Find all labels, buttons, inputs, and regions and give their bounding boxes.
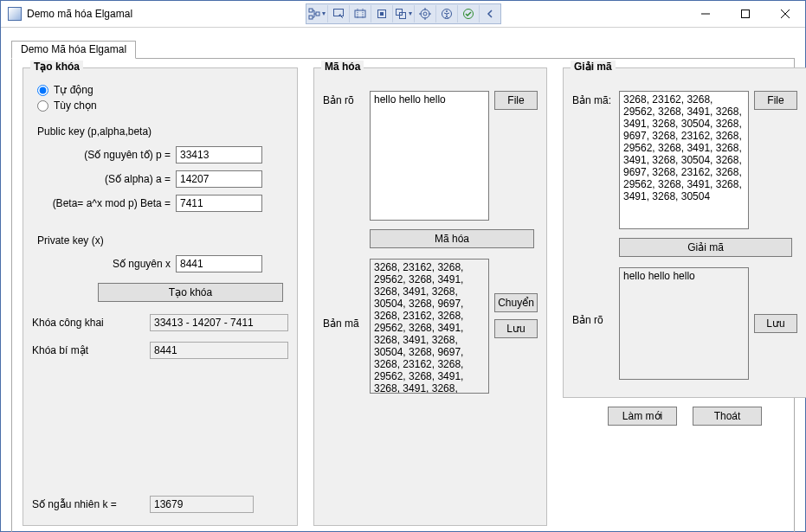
window-title: Demo mã hóa Elgamal (27, 8, 132, 20)
svg-point-12 (446, 10, 448, 12)
radio-custom-label: Tùy chọn (54, 99, 97, 112)
collapse-icon[interactable] (480, 5, 500, 22)
debug-toolbar: ▾ ▾ (306, 3, 501, 24)
beta-input[interactable] (176, 195, 262, 212)
exit-button[interactable]: Thoát (693, 407, 762, 426)
group-encrypt-title: Mã hóa (321, 61, 364, 73)
svg-rect-1 (309, 16, 313, 19)
close-button[interactable] (765, 1, 805, 27)
refresh-button[interactable]: Làm mới (608, 407, 677, 426)
tab-page: Tạo khóa Tự động Tùy chọn Public key (p,… (11, 58, 795, 532)
svg-rect-2 (316, 12, 319, 16)
x-input[interactable] (176, 255, 262, 272)
dec-plaintext-label: Bản rõ (572, 267, 619, 326)
encrypt-button[interactable]: Mã hóa (370, 229, 534, 248)
transfer-button[interactable]: Chuyển (494, 293, 538, 312)
dec-cipher-label: Bản mã: (572, 91, 619, 106)
radio-auto[interactable] (37, 85, 48, 96)
svg-point-10 (423, 12, 427, 16)
window-controls (686, 1, 805, 27)
k-field (150, 496, 254, 513)
private-out-label: Khóa bí mật (32, 344, 150, 356)
svg-rect-6 (380, 12, 384, 16)
enc-cipher-label: Bản mã (323, 259, 370, 330)
app-window: Demo mã hóa Elgamal ▾ ▾ (0, 0, 806, 532)
tab-control: Demo Mã hóa Elgamal Tạo khóa Tự động Tùy… (11, 40, 795, 532)
radio-auto-label: Tự động (54, 84, 93, 96)
track-focus-icon[interactable] (371, 5, 393, 22)
enc-cipher-field (370, 259, 489, 394)
group-keygen: Tạo khóa Tự động Tùy chọn Public key (p,… (23, 67, 298, 526)
dec-save-button[interactable]: Lưu (754, 314, 797, 333)
group-decrypt-title: Giải mã (571, 61, 616, 73)
public-out-label: Khóa công khai (32, 317, 150, 329)
group-keygen-title: Tạo khóa (30, 61, 83, 73)
enc-plaintext-field[interactable] (370, 91, 489, 221)
public-key-header: Public key (p,alpha,beta) (37, 125, 288, 138)
svg-rect-3 (333, 10, 343, 16)
public-out-field (150, 314, 288, 331)
scan-icon[interactable] (415, 5, 436, 22)
decrypt-column: Giải mã Bản mã: File Giải mã Bản rõ (563, 67, 806, 526)
x-label: Số nguyên x (32, 258, 176, 270)
hot-reload-icon[interactable]: ▾ (393, 5, 415, 22)
k-label: Số ngẫu nhiên k = (32, 498, 150, 510)
a-input[interactable] (176, 170, 262, 188)
accessibility-icon[interactable] (436, 5, 458, 22)
p-label: (Số nguyên tố) p = (32, 149, 176, 161)
enc-save-button[interactable]: Lưu (494, 319, 538, 338)
p-input[interactable] (176, 146, 262, 163)
enc-file-button[interactable]: File (494, 91, 538, 110)
enc-plaintext-label: Bản rõ (323, 91, 370, 106)
group-decrypt: Giải mã Bản mã: File Giải mã Bản rõ (563, 67, 806, 398)
app-icon (8, 7, 22, 21)
check-icon[interactable] (458, 5, 480, 22)
private-key-header: Private key (x) (37, 234, 288, 247)
svg-rect-14 (742, 10, 750, 18)
private-out-field (150, 342, 288, 359)
decrypt-button[interactable]: Giải mã (619, 238, 792, 257)
client-area: Demo Mã hóa Elgamal Tạo khóa Tự động Tùy… (1, 28, 805, 532)
generate-key-button[interactable]: Tạo khóa (98, 283, 283, 302)
radio-custom[interactable] (37, 100, 48, 112)
svg-point-9 (421, 10, 429, 18)
svg-rect-4 (355, 10, 365, 17)
beta-label: (Beta= a^x mod p) Beta = (32, 197, 176, 209)
display-layout-icon[interactable] (350, 5, 371, 22)
a-label: (Số alpha) a = (32, 173, 176, 185)
live-visual-tree-icon[interactable]: ▾ (306, 5, 328, 22)
tab-demo-elgamal[interactable]: Demo Mã hóa Elgamal (11, 41, 136, 59)
dec-file-button[interactable]: File (754, 91, 797, 110)
dec-cipher-field[interactable] (619, 91, 749, 229)
titlebar: Demo mã hóa Elgamal ▾ ▾ (1, 1, 805, 28)
maximize-button[interactable] (725, 1, 765, 27)
select-element-icon[interactable] (328, 5, 350, 22)
footer-buttons: Làm mới Thoát (563, 407, 806, 426)
dec-plaintext-field (619, 267, 749, 380)
minimize-button[interactable] (686, 1, 725, 27)
svg-rect-0 (309, 9, 313, 12)
group-encrypt: Mã hóa Bản rõ File Mã hóa Bản mã Chuy (313, 67, 547, 526)
